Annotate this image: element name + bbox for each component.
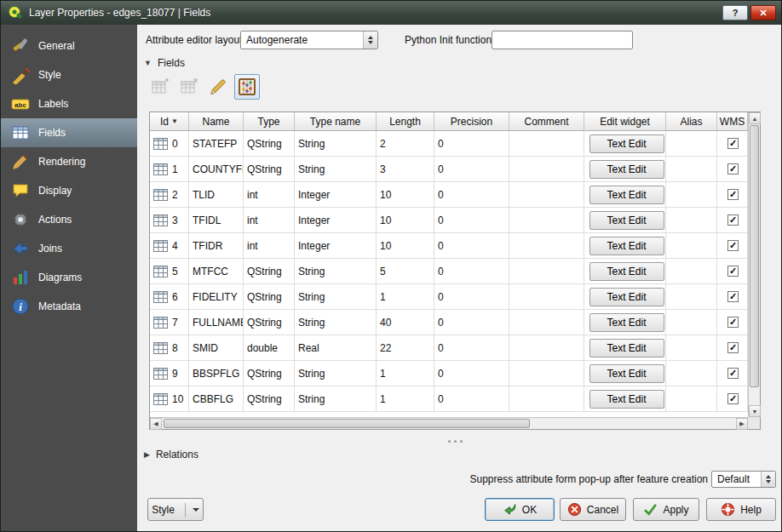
cell-comment[interactable] <box>509 131 584 156</box>
cell-alias[interactable] <box>666 157 717 181</box>
wms-checkbox[interactable]: ✓ <box>727 393 739 404</box>
cell-precision[interactable]: 0 <box>434 335 509 360</box>
table-row[interactable]: 5MTFCCQStringString50Text Edit✓ <box>150 259 748 284</box>
cell-length[interactable]: 10 <box>377 182 434 207</box>
cell-length[interactable]: 2 <box>377 131 434 156</box>
cell-comment[interactable] <box>509 386 584 411</box>
cell-type-name[interactable]: Real <box>295 335 377 360</box>
cell-name[interactable]: SMID <box>189 335 244 360</box>
cell-comment[interactable] <box>509 361 584 386</box>
cell-id[interactable]: 1 <box>150 157 189 181</box>
scroll-up-arrow-icon[interactable]: ▲ <box>749 112 761 124</box>
sidebar-item-fields[interactable]: Fields <box>1 118 137 147</box>
cell-type[interactable]: QString <box>244 284 295 309</box>
edit-widget-button[interactable]: Text Edit <box>589 288 664 306</box>
cell-name[interactable]: TFIDL <box>189 208 244 232</box>
cell-type[interactable]: QString <box>244 259 295 283</box>
wms-checkbox[interactable]: ✓ <box>727 189 739 200</box>
splitter-handle[interactable] <box>444 439 466 443</box>
cell-name[interactable]: TLID <box>189 182 244 207</box>
column-header-comment[interactable]: Comment <box>509 112 584 130</box>
cell-id[interactable]: 0 <box>150 131 189 156</box>
cell-length[interactable]: 22 <box>377 335 434 360</box>
edit-widget-button[interactable]: Text Edit <box>589 390 664 409</box>
cancel-button[interactable]: Cancel <box>560 498 626 521</box>
table-row[interactable]: 1COUNTYFPQStringString30Text Edit✓ <box>150 157 748 182</box>
cell-alias[interactable] <box>666 259 717 283</box>
cell-comment[interactable] <box>509 208 584 232</box>
sidebar-item-general[interactable]: General <box>1 31 137 60</box>
cell-name[interactable]: MTFCC <box>189 259 244 283</box>
table-row[interactable]: 6FIDELITYQStringString10Text Edit✓ <box>150 284 748 310</box>
cell-length[interactable]: 3 <box>377 157 434 181</box>
cell-name[interactable]: FULLNAME <box>189 310 244 335</box>
cell-comment[interactable] <box>509 233 584 258</box>
cell-type[interactable]: int <box>244 182 295 207</box>
sidebar-item-metadata[interactable]: i Metadata <box>1 292 137 321</box>
cell-id[interactable]: 8 <box>150 335 189 360</box>
cell-type[interactable]: int <box>244 233 295 258</box>
cell-type[interactable]: QString <box>244 131 295 156</box>
cell-type-name[interactable]: String <box>295 310 377 335</box>
help-button[interactable]: Help <box>706 498 776 521</box>
edit-widget-button[interactable]: Text Edit <box>589 313 664 332</box>
cell-wms[interactable]: ✓ <box>717 386 748 411</box>
edit-widget-button[interactable]: Text Edit <box>589 262 664 281</box>
wms-checkbox[interactable]: ✓ <box>727 368 739 379</box>
column-header-precision[interactable]: Precision <box>434 112 509 130</box>
cell-precision[interactable]: 0 <box>434 233 509 258</box>
cell-precision[interactable]: 0 <box>434 310 509 335</box>
window-help-button[interactable]: ? <box>722 5 748 20</box>
cell-type[interactable]: double <box>244 335 295 360</box>
scroll-left-arrow-icon[interactable]: ◀ <box>150 418 162 430</box>
cell-wms[interactable]: ✓ <box>717 284 748 309</box>
cell-alias[interactable] <box>666 335 717 360</box>
suppress-form-combo[interactable]: Default <box>711 471 776 488</box>
table-row[interactable]: 0STATEFPQStringString20Text Edit✓ <box>150 131 748 157</box>
python-init-input[interactable] <box>492 31 633 49</box>
cell-edit-widget[interactable]: Text Edit <box>584 259 666 283</box>
vertical-scrollbar-thumb[interactable] <box>750 125 759 387</box>
apply-button[interactable]: Apply <box>633 498 699 521</box>
cell-length[interactable]: 10 <box>377 208 434 232</box>
cell-type[interactable]: QString <box>244 386 295 411</box>
table-row[interactable]: 8SMIDdoubleReal220Text Edit✓ <box>150 335 748 361</box>
cell-edit-widget[interactable]: Text Edit <box>584 284 666 309</box>
cell-precision[interactable]: 0 <box>434 131 509 156</box>
sidebar-item-labels[interactable]: abc Labels <box>1 89 137 118</box>
scroll-down-arrow-icon[interactable]: ▼ <box>749 405 761 417</box>
cell-comment[interactable] <box>509 310 584 335</box>
spinner-icon[interactable] <box>363 31 377 49</box>
cell-type[interactable]: QString <box>244 157 295 181</box>
edit-widget-button[interactable]: Text Edit <box>589 364 664 383</box>
sidebar-item-joins[interactable]: Joins <box>1 234 137 263</box>
edit-widget-button[interactable]: Text Edit <box>589 134 664 153</box>
cell-alias[interactable] <box>666 208 717 232</box>
cell-length[interactable]: 1 <box>377 386 434 411</box>
edit-widget-button[interactable]: Text Edit <box>589 211 664 230</box>
toggle-editing-button[interactable] <box>205 74 231 100</box>
cell-length[interactable]: 1 <box>377 361 434 386</box>
cell-wms[interactable]: ✓ <box>717 182 748 207</box>
column-header-type-name[interactable]: Type name <box>295 112 377 130</box>
cell-name[interactable]: TFIDR <box>189 233 244 258</box>
cell-type-name[interactable]: Integer <box>295 233 377 258</box>
fields-section-header[interactable]: ▼ Fields <box>144 57 185 69</box>
column-header-edit-widget[interactable]: Edit widget <box>584 112 666 130</box>
cell-alias[interactable] <box>666 182 717 207</box>
window-close-button[interactable]: ✕ <box>750 5 776 20</box>
cell-name[interactable]: BBSPFLG <box>189 361 244 386</box>
wms-checkbox[interactable]: ✓ <box>727 266 739 277</box>
ok-button[interactable]: OK <box>485 498 555 521</box>
cell-type-name[interactable]: String <box>295 386 377 411</box>
edit-widget-button[interactable]: Text Edit <box>589 186 664 204</box>
cell-id[interactable]: 3 <box>150 208 189 232</box>
cell-id[interactable]: 9 <box>150 361 189 386</box>
cell-alias[interactable] <box>666 386 717 411</box>
sidebar-item-actions[interactable]: Actions <box>1 205 137 234</box>
titlebar[interactable]: Layer Properties - edges_18077 | Fields … <box>1 1 781 25</box>
cell-length[interactable]: 40 <box>377 310 434 335</box>
field-calculator-button[interactable] <box>234 74 260 100</box>
wms-checkbox[interactable]: ✓ <box>727 342 739 353</box>
cell-alias[interactable] <box>666 310 717 335</box>
